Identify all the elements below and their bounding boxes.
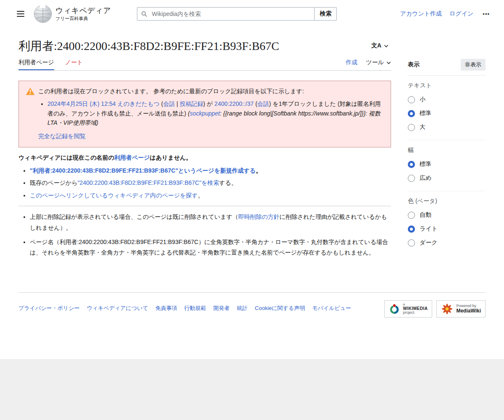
radio-icon [408, 212, 415, 219]
title-row: 利用者:2400:2200:43B:F8D2:B9FE:FF21:B93F:B6… [18, 39, 391, 54]
page-notes-list: 上部に削除記録が表示されている場合、このページは既に削除されています（即時削除の… [18, 212, 391, 259]
language-icon: 文A [371, 42, 381, 50]
footer-link-cookie-statement[interactable]: Cookieに関する声明 [255, 305, 305, 311]
full-log-link[interactable]: 完全な記録を閲覧 [38, 131, 86, 141]
hamburger-icon [17, 11, 24, 12]
tools-menu-button[interactable]: ツール [366, 59, 391, 66]
site-title-block: ウィキペディア フリー百科事典 [55, 6, 111, 21]
block-log-list: 2024年4月25日 (木) 12:54 えのきだたもつ (会話 | 投稿記録)… [38, 99, 383, 128]
create-page-link[interactable]: "利用者:2400:2200:43B:F8D2:B9FE:FF21:B93F:B… [30, 167, 256, 174]
wikipedia-globe-icon [34, 5, 52, 23]
text-size-option-large[interactable]: 大 [408, 123, 486, 131]
list-item: このページへリンクしているウィキペディア内のページを探す。 [30, 191, 391, 200]
footer-links: プライバシー・ポリシー ウィキペディアについて 免責事項 行動規範 開発者 統計… [18, 304, 351, 312]
color-label: 色 (ベータ) [408, 197, 486, 205]
tabs-right: 作成 ツール [346, 59, 391, 70]
width-option-standard[interactable]: 標準 [408, 160, 486, 168]
text-size-option-small[interactable]: 小 [408, 96, 486, 103]
list-item: 上部に削除記録が表示されている場合、このページは既に削除されています（即時削除の… [30, 212, 391, 234]
action-create-link[interactable]: 作成 [346, 59, 357, 66]
radio-icon [408, 96, 415, 103]
footer-link-code-of-conduct[interactable]: 行動規範 [184, 305, 206, 311]
site-tagline: フリー百科事典 [55, 16, 111, 21]
wikimedia-badge-text: a WIKIMEDIA project [403, 303, 428, 315]
whatlinkshere-link[interactable]: このページへリンクしているウィキペディア内のページを探す [30, 192, 198, 199]
appearance-header: 表示 非表示 [408, 59, 486, 76]
block-log-entry: 2024年4月25日 (木) 12:54 えのきだたもつ (会話 | 投稿記録)… [47, 99, 383, 128]
user-menu-button[interactable]: ••• [481, 9, 491, 19]
page-footer: プライバシー・ポリシー ウィキペディアについて 免責事項 行動規範 開発者 統計… [18, 292, 486, 318]
language-selector-button[interactable]: 文A [369, 39, 391, 53]
userpage-info-link[interactable]: 利用者ページ [114, 154, 150, 161]
text-size-label: テキスト [408, 82, 486, 89]
color-section: 色 (ベータ) 自動 ライト ダーク [408, 191, 486, 255]
search-button[interactable]: 検索 [314, 7, 337, 21]
search-icon [141, 11, 147, 17]
text-size-option-standard[interactable]: 標準 [408, 110, 486, 117]
color-option-auto[interactable]: 自動 [408, 211, 486, 219]
hide-appearance-button[interactable]: 非表示 [461, 59, 486, 71]
wikipedia-logo[interactable]: ウィキペディア フリー百科事典 [34, 5, 111, 23]
radio-icon [408, 239, 415, 247]
blocked-range-link[interactable]: 2400:2200::/37 [215, 100, 254, 107]
width-section: 幅 標準 広め [408, 140, 486, 191]
search-input[interactable] [137, 7, 315, 21]
page-title: 利用者:2400:2200:43B:F8D2:B9FE:FF21:B93F:B6… [18, 39, 279, 54]
viewport-background [0, 359, 504, 420]
appearance-sidebar: 表示 非表示 テキスト 小 標準 大 幅 標準 [408, 28, 486, 255]
hamburger-menu-button[interactable] [14, 8, 27, 19]
list-item: "利用者:2400:2200:43B:F8D2:B9FE:FF21:B93F:B… [30, 166, 391, 176]
radio-icon [408, 124, 415, 131]
no-page-message: ウィキペディアには現在この名前の利用者ページはありません。 [18, 154, 391, 162]
mediawiki-logo-icon [441, 303, 453, 315]
mediawiki-badge-text: Powered by MediaWiki [456, 304, 481, 314]
footer-link-statistics[interactable]: 統計 [237, 305, 248, 311]
block-date-link[interactable]: 2024年4月25日 (木) 12:54 [47, 100, 116, 107]
tab-userpage[interactable]: 利用者ページ [18, 56, 54, 70]
text-size-section: テキスト 小 標準 大 [408, 76, 486, 140]
color-option-dark[interactable]: ダーク [408, 239, 486, 247]
tabs-left: 利用者ページ ノート [18, 56, 83, 70]
block-notice-intro: この利用者は現在ブロックされています。 参考のために最新のブロック記録項目を以下… [38, 87, 383, 96]
footer-link-about[interactable]: ウィキペディアについて [87, 305, 148, 311]
search-pages-link[interactable]: "2400:2200:43B:F8D2:B9FE:FF21:B93F:B67C"… [78, 179, 219, 186]
create-account-link[interactable]: アカウント作成 [400, 10, 442, 18]
block-notice: この利用者は現在ブロックされています。 参考のために最新のブロック記録項目を以下… [18, 81, 391, 147]
footer-link-developers[interactable]: 開発者 [213, 305, 230, 311]
login-link[interactable]: ログイン [449, 10, 473, 18]
page-actions-list: "利用者:2400:2200:43B:F8D2:B9FE:FF21:B93F:B… [18, 166, 391, 200]
mediawiki-badge[interactable]: Powered by MediaWiki [436, 300, 486, 318]
appearance-title: 表示 [408, 61, 420, 68]
wikimedia-badge[interactable]: a WIKIMEDIA project [384, 300, 432, 318]
chevron-down-icon [386, 60, 391, 65]
main-content: 利用者:2400:2200:43B:F8D2:B9FE:FF21:B93F:B6… [18, 28, 391, 262]
range-talk-link[interactable]: 会話 [257, 100, 269, 107]
site-header: ウィキペディア フリー百科事典 検索 アカウント作成 ログイン ••• [0, 0, 504, 28]
chevron-down-icon [384, 44, 388, 48]
footer-link-privacy[interactable]: プライバシー・ポリシー [18, 305, 79, 311]
footer-link-disclaimer[interactable]: 免責事項 [155, 305, 177, 311]
sockpuppet-link[interactable]: sockpuppet [190, 110, 220, 117]
radio-selected-icon [408, 110, 415, 117]
admin-talk-link[interactable]: 会話 [163, 100, 175, 107]
page-body: 利用者:2400:2200:43B:F8D2:B9FE:FF21:B93F:B6… [0, 28, 504, 292]
radio-selected-icon [408, 226, 415, 233]
content-divider [18, 206, 391, 206]
color-option-light[interactable]: ライト [408, 225, 486, 233]
wikimedia-logo-icon [389, 304, 400, 315]
tools-label: ツール [366, 59, 384, 66]
tabs-row: 利用者ページ ノート 作成 ツール [18, 56, 391, 71]
width-option-wide[interactable]: 広め [408, 174, 486, 182]
list-item: ページ名（利用者:2400:2200:43B:F8D2:B9FE:FF21:B9… [30, 237, 391, 259]
list-item: 既存のページから"2400:2200:43B:F8D2:B9FE:FF21:B9… [30, 178, 391, 188]
admin-user-link[interactable]: えのきだたもつ [118, 100, 160, 107]
width-label: 幅 [408, 147, 486, 154]
tab-talk[interactable]: ノート [65, 56, 83, 70]
footer-link-mobile-view[interactable]: モバイルビュー [312, 305, 351, 311]
radio-selected-icon [408, 161, 415, 168]
site-wordmark: ウィキペディア [55, 6, 111, 15]
speedy-deletion-policy-link[interactable]: 即時削除の方針 [238, 213, 279, 220]
radio-icon [408, 175, 415, 182]
search-bar: 検索 [137, 7, 337, 21]
admin-contribs-link[interactable]: 投稿記録 [180, 100, 203, 107]
